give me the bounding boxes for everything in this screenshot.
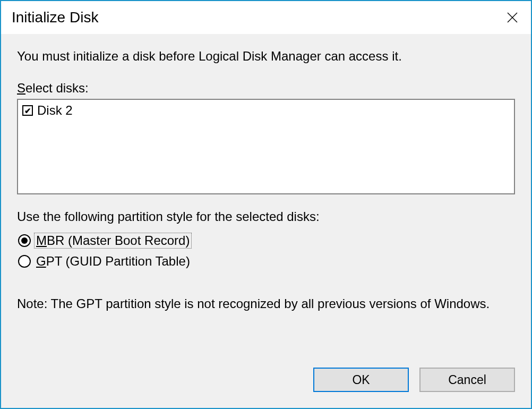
radio-option-gpt[interactable]: GPT (GUID Partition Table) [18,254,515,269]
disk-label: Disk 2 [37,103,73,118]
radio-label-gpt: GPT (GUID Partition Table) [36,254,190,269]
close-button[interactable] [494,1,531,34]
radio-icon[interactable] [18,255,31,268]
close-icon [507,12,518,23]
disk-checkbox[interactable] [22,105,33,116]
dialog-title: Initialize Disk [12,9,98,26]
ok-button[interactable]: OK [313,368,409,392]
note-text: Note: The GPT partition style is not rec… [17,295,515,312]
button-row: OK Cancel [17,357,515,392]
radio-option-mbr[interactable]: MBR (Master Boot Record) [18,233,515,249]
disk-list[interactable]: Disk 2 [17,99,515,194]
titlebar: Initialize Disk [1,1,531,34]
dialog-content: You must initialize a disk before Logica… [1,34,531,408]
instruction-text: You must initialize a disk before Logica… [17,49,515,64]
select-disks-label: Select disks: [17,81,515,96]
partition-style-group: MBR (Master Boot Record) GPT (GUID Parti… [18,233,515,269]
disk-item[interactable]: Disk 2 [22,103,510,118]
radio-label-mbr: MBR (Master Boot Record) [34,233,192,249]
partition-style-label: Use the following partition style for th… [17,209,515,224]
cancel-button[interactable]: Cancel [419,368,515,392]
radio-icon[interactable] [18,234,31,247]
